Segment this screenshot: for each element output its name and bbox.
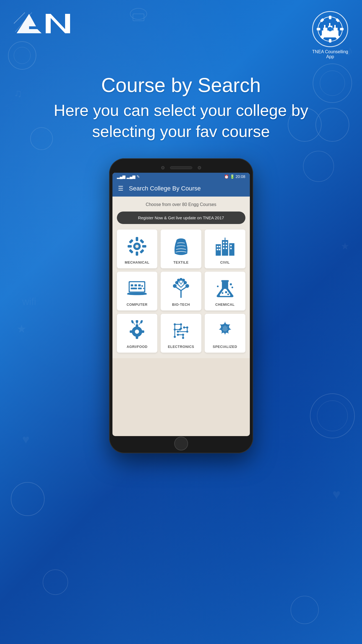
svg-rect-29 xyxy=(329,39,331,42)
chemical-label: CHEMICAL xyxy=(215,303,235,307)
status-bar: ▂▄▆ ▂▄▆ ✎ ⏰ 🔋 20:08 xyxy=(112,173,250,180)
phone-top-bar xyxy=(112,164,250,173)
svg-rect-70 xyxy=(225,238,225,241)
electronics-icon xyxy=(170,319,192,342)
svg-rect-64 xyxy=(223,245,224,246)
svg-point-129 xyxy=(186,326,188,329)
svg-rect-41 xyxy=(329,23,330,26)
svg-rect-103 xyxy=(136,324,138,327)
svg-rect-74 xyxy=(135,284,137,286)
svg-point-131 xyxy=(177,334,179,336)
title-line1: Course by Search xyxy=(22,73,340,97)
biotech-icon xyxy=(170,277,192,299)
svg-point-99 xyxy=(231,286,233,288)
svg-rect-105 xyxy=(130,330,133,333)
svg-point-133 xyxy=(182,337,184,339)
course-item-computer[interactable]: COMPUTER xyxy=(117,272,158,310)
svg-rect-32 xyxy=(320,19,324,22)
svg-point-92 xyxy=(182,279,185,282)
svg-rect-57 xyxy=(229,243,234,256)
civil-icon xyxy=(214,235,236,257)
svg-rect-76 xyxy=(131,287,137,289)
screen-content: Choose from over 80 Engg Courses Registe… xyxy=(112,197,250,358)
time-display: 20:08 xyxy=(235,174,245,179)
svg-rect-67 xyxy=(225,248,227,249)
svg-point-78 xyxy=(142,285,143,287)
tnea-logo xyxy=(312,11,348,47)
svg-rect-80 xyxy=(180,291,182,298)
svg-point-132 xyxy=(182,334,184,336)
svg-rect-63 xyxy=(225,242,227,243)
svg-rect-53 xyxy=(140,249,144,254)
svg-point-95 xyxy=(222,292,223,294)
mechanical-label: MECHANICAL xyxy=(125,261,149,264)
battery-icon: 🔋 xyxy=(230,174,235,179)
svg-rect-48 xyxy=(128,245,132,248)
svg-point-128 xyxy=(186,330,188,333)
register-button[interactable]: Register Now & Get live update on TNEA 2… xyxy=(117,212,245,224)
course-item-specialized[interactable]: SPECIALIZED xyxy=(205,314,245,353)
computer-label: COMPUTER xyxy=(127,303,148,307)
phone-bottom xyxy=(112,439,250,448)
svg-rect-33 xyxy=(336,19,339,22)
svg-point-93 xyxy=(179,278,183,281)
course-item-mechanical[interactable]: MECHANICAL xyxy=(117,230,158,268)
svg-point-130 xyxy=(183,326,185,329)
main-title-section: Course by Search Here you can select you… xyxy=(0,59,362,150)
mechanical-icon xyxy=(126,235,148,257)
svg-point-127 xyxy=(177,330,179,333)
svg-rect-30 xyxy=(317,28,320,30)
svg-rect-42 xyxy=(334,25,336,28)
course-item-electronics[interactable]: ELECTRONICS xyxy=(161,314,201,353)
svg-rect-56 xyxy=(222,240,228,256)
svg-point-100 xyxy=(217,286,219,287)
choose-courses-text: Choose from over 80 Engg Courses xyxy=(117,202,245,207)
svg-rect-77 xyxy=(138,287,142,289)
svg-point-97 xyxy=(227,293,229,295)
computer-icon xyxy=(126,277,148,299)
svg-point-45 xyxy=(135,245,139,248)
course-item-biotech[interactable]: BIO-TECH xyxy=(161,272,201,310)
svg-rect-59 xyxy=(219,246,220,247)
svg-rect-47 xyxy=(136,251,138,256)
svg-rect-94 xyxy=(221,280,229,282)
course-item-chemical[interactable]: CHEMICAL xyxy=(205,272,245,310)
svg-point-43 xyxy=(328,27,332,31)
svg-rect-106 xyxy=(141,330,144,333)
app-bar-title: Search College By Course xyxy=(129,185,201,192)
phone-camera-right xyxy=(198,166,201,169)
svg-point-91 xyxy=(177,279,180,282)
svg-rect-62 xyxy=(223,242,224,243)
phone-camera xyxy=(161,166,165,169)
svg-point-96 xyxy=(225,291,227,293)
agrifood-icon xyxy=(126,319,148,342)
svg-rect-72 xyxy=(130,282,145,292)
svg-rect-60 xyxy=(217,249,218,250)
svg-rect-58 xyxy=(217,246,218,247)
svg-point-122 xyxy=(174,323,176,325)
svg-point-123 xyxy=(180,323,182,325)
svg-rect-61 xyxy=(219,249,220,250)
course-item-agrifood[interactable]: AGRI/FOOD xyxy=(117,314,158,353)
civil-label: CIVIL xyxy=(220,261,230,264)
svg-rect-104 xyxy=(136,336,138,339)
biotech-label: BIO-TECH xyxy=(172,303,190,307)
svg-rect-28 xyxy=(329,16,331,19)
course-item-textile[interactable]: TEXTILE xyxy=(161,230,201,268)
phone-mockup-container: ▂▄▆ ▂▄▆ ✎ ⏰ 🔋 20:08 ☰ Search College By … xyxy=(0,158,362,453)
hamburger-menu-icon[interactable]: ☰ xyxy=(118,185,124,192)
svg-rect-39 xyxy=(333,28,338,32)
course-item-civil[interactable]: CIVIL xyxy=(205,230,245,268)
agrifood-label: AGRI/FOOD xyxy=(127,345,147,349)
svg-rect-49 xyxy=(142,245,147,248)
electronics-label: ELECTRONICS xyxy=(168,345,194,349)
svg-rect-73 xyxy=(131,284,133,286)
svg-point-102 xyxy=(135,329,139,334)
svg-rect-68 xyxy=(230,245,232,246)
an-logo xyxy=(14,11,75,37)
svg-rect-52 xyxy=(129,249,133,254)
phone-home-button[interactable] xyxy=(174,437,188,450)
svg-point-126 xyxy=(179,329,181,331)
phone-device: ▂▄▆ ▂▄▆ ✎ ⏰ 🔋 20:08 ☰ Search College By … xyxy=(109,158,253,453)
svg-point-88 xyxy=(185,284,189,288)
